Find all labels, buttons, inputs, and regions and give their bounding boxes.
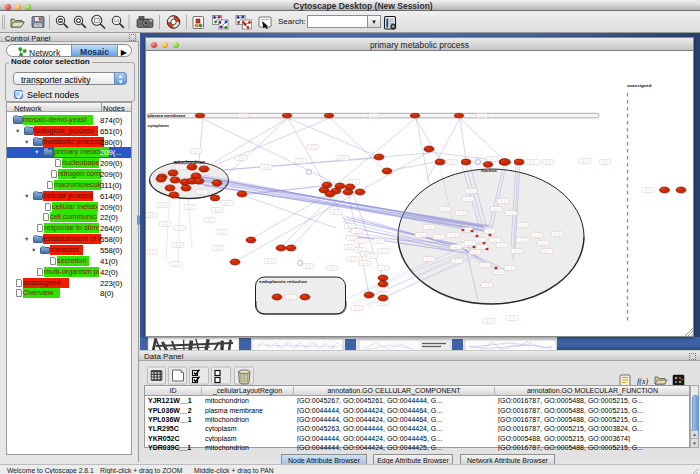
svg-text:(....): (....): [200, 190, 205, 194]
svg-text:(....): (....): [466, 197, 471, 201]
svg-text:(....): (....): [454, 245, 459, 249]
svg-text:(....): (....): [330, 266, 335, 270]
svg-text:(....): (....): [501, 199, 506, 203]
svg-text:nucleus: nucleus: [481, 168, 497, 173]
svg-text:(....): (....): [465, 228, 470, 232]
svg-text:(....): (....): [363, 261, 368, 265]
svg-text:(....): (....): [427, 225, 432, 229]
svg-text:(....): (....): [225, 201, 230, 205]
svg-text:(....): (....): [268, 259, 273, 263]
svg-text:(....): (....): [220, 230, 225, 234]
svg-text:(....): (....): [341, 156, 346, 160]
svg-text:(....): (....): [480, 245, 485, 249]
svg-text:(....): (....): [500, 243, 505, 247]
svg-text:(....): (....): [555, 232, 560, 236]
svg-text:(....): (....): [381, 266, 386, 270]
svg-text:(....): (....): [451, 233, 456, 237]
svg-text:(....): (....): [372, 114, 377, 118]
svg-text:(....): (....): [359, 239, 364, 243]
svg-text:(....): (....): [355, 306, 360, 310]
svg-text:(....): (....): [381, 287, 386, 291]
svg-text:(....): (....): [215, 208, 220, 212]
svg-text:(....): (....): [149, 250, 154, 254]
svg-text:(....): (....): [603, 160, 608, 164]
svg-text:(....): (....): [530, 160, 535, 164]
svg-text:(....): (....): [473, 250, 478, 254]
svg-text:(....): (....): [427, 257, 432, 261]
svg-text:(....): (....): [149, 213, 154, 217]
svg-text:(....): (....): [455, 259, 460, 263]
svg-text:(....): (....): [419, 233, 424, 237]
svg-text:(....): (....): [450, 160, 455, 164]
svg-text:(....): (....): [299, 159, 304, 163]
svg-text:cytoplasm: cytoplasm: [148, 123, 169, 128]
svg-text:(....): (....): [443, 207, 448, 211]
svg-text:(....): (....): [459, 211, 464, 215]
svg-text:(....): (....): [535, 233, 540, 237]
svg-text:(....): (....): [469, 189, 474, 193]
svg-text:(....): (....): [348, 224, 353, 228]
svg-text:(....): (....): [188, 205, 193, 209]
svg-text:(....): (....): [352, 180, 357, 184]
svg-text:(....): (....): [355, 229, 360, 233]
svg-text:(....): (....): [480, 114, 485, 118]
svg-text:(....): (....): [179, 165, 184, 169]
svg-text:(....): (....): [311, 145, 316, 149]
svg-text:(....): (....): [483, 263, 488, 267]
svg-text:(....): (....): [239, 156, 244, 160]
svg-text:(....): (....): [546, 160, 551, 164]
svg-text:(....): (....): [350, 236, 355, 240]
svg-text:(....): (....): [520, 238, 525, 242]
svg-text:mitochondrion: mitochondrion: [174, 160, 206, 165]
svg-text:(....): (....): [468, 241, 473, 245]
svg-text:(....): (....): [485, 283, 490, 287]
svg-text:(....): (....): [497, 270, 502, 274]
svg-text:(....): (....): [646, 188, 651, 192]
svg-text:endoplasmic reticulum: endoplasmic reticulum: [259, 279, 307, 284]
svg-text:plasma membrane: plasma membrane: [148, 113, 186, 118]
svg-text:(....): (....): [583, 159, 588, 163]
svg-text:(....): (....): [381, 301, 386, 305]
svg-text:(....): (....): [510, 316, 515, 320]
svg-text:(....): (....): [351, 257, 356, 261]
svg-text:(....): (....): [488, 229, 493, 233]
svg-text:(....): (....): [509, 211, 514, 215]
svg-text:(....): (....): [545, 249, 550, 253]
svg-text:(....): (....): [490, 157, 495, 161]
svg-text:(....): (....): [194, 149, 199, 153]
svg-text:(....): (....): [494, 207, 499, 211]
svg-text:(....): (....): [515, 249, 520, 253]
svg-text:(....): (....): [437, 235, 442, 239]
svg-text:(....): (....): [160, 203, 165, 207]
svg-text:(....): (....): [487, 319, 492, 323]
svg-text:1:1: 1:1: [114, 18, 120, 23]
svg-text:(....): (....): [348, 245, 353, 249]
svg-text:(....): (....): [493, 238, 498, 242]
svg-text:(....): (....): [178, 226, 183, 230]
svg-text:(....): (....): [241, 114, 246, 118]
svg-text:(....): (....): [521, 223, 526, 227]
svg-text:(....): (....): [541, 241, 546, 245]
svg-text:(....): (....): [334, 210, 339, 214]
svg-text:(....): (....): [478, 238, 483, 242]
svg-text:(....): (....): [163, 222, 168, 226]
svg-text:(....): (....): [176, 243, 181, 247]
svg-text:(....): (....): [216, 246, 221, 250]
svg-text:(....): (....): [174, 262, 179, 266]
svg-text:(....): (....): [382, 249, 387, 253]
svg-text:unassigned: unassigned: [627, 83, 652, 88]
svg-text:(....): (....): [508, 266, 513, 270]
svg-text:(....): (....): [377, 239, 382, 243]
svg-text:(....): (....): [289, 295, 294, 299]
svg-text:(....): (....): [264, 165, 269, 169]
svg-text:(....): (....): [208, 218, 213, 222]
svg-text:(....): (....): [306, 264, 311, 268]
svg-text:(....): (....): [370, 254, 375, 258]
